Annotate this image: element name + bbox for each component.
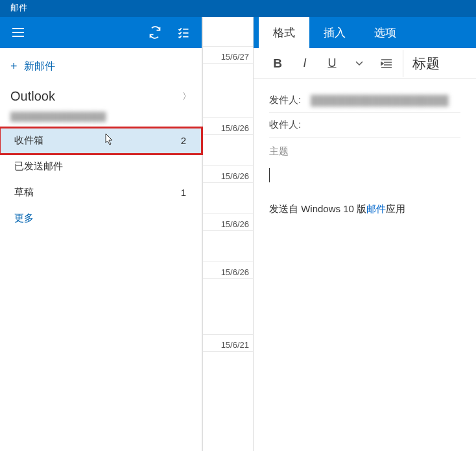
new-mail-button[interactable]: + 新邮件 [0, 48, 202, 85]
new-mail-label: 新邮件 [24, 60, 55, 73]
compose-tabs: 格式 插入 选项 [254, 17, 476, 48]
tab-options[interactable]: 选项 [360, 17, 411, 48]
signature-link[interactable]: 邮件 [366, 203, 386, 214]
folder-count: 2 [181, 135, 186, 146]
folder-label: 更多 [14, 212, 34, 225]
folder-drafts[interactable]: 草稿 1 [0, 180, 202, 206]
to-label: 收件人: [269, 119, 311, 131]
tab-format[interactable]: 格式 [259, 17, 309, 48]
compose-pane: 格式 插入 选项 B I U 标题 发件人: █████████████████… [253, 17, 476, 451]
chevron-down-icon [355, 61, 363, 66]
from-label: 发件人: [269, 94, 311, 106]
indent-icon [380, 58, 393, 69]
subject-placeholder: 主题 [269, 145, 289, 158]
compose-body[interactable]: 发送自 Windows 10 版邮件应用 [254, 165, 476, 215]
message-date[interactable]: 15/6/27 [203, 47, 253, 64]
folder-count: 1 [181, 187, 186, 198]
hamburger-icon [12, 28, 24, 37]
bold-button[interactable]: B [264, 50, 291, 77]
heading-style-button[interactable]: 标题 [403, 50, 449, 77]
folder-label: 收件箱 [14, 134, 43, 147]
subject-field[interactable]: 主题 [269, 138, 460, 165]
tab-insert[interactable]: 插入 [309, 17, 360, 48]
app-title: 邮件 [10, 3, 27, 12]
sidebar: + 新邮件 Outlook 〉 ████████████████ 收件箱 2 已… [0, 17, 202, 451]
underline-button[interactable]: U [318, 50, 346, 77]
view-button[interactable] [171, 19, 196, 45]
message-list: 15/6/2715/6/2615/6/2615/6/2615/6/2615/6/… [202, 17, 253, 451]
italic-button[interactable]: I [291, 50, 318, 77]
folder-list: 收件箱 2 已发送邮件 草稿 1 更多 [0, 128, 202, 232]
from-value: ████████████████████ [311, 95, 460, 106]
sync-icon [149, 26, 161, 39]
to-field[interactable]: 收件人: [269, 113, 460, 138]
font-dropdown[interactable] [346, 50, 373, 77]
account-email: ████████████████ [0, 112, 202, 128]
compose-fields: 发件人: ████████████████████ 收件人: 主题 [254, 79, 476, 165]
hamburger-menu-button[interactable] [5, 19, 31, 45]
message-date[interactable]: 15/6/26 [203, 118, 253, 135]
titlebar: 邮件 [0, 0, 476, 17]
format-toolbar: B I U 标题 [254, 48, 476, 79]
sidebar-header [0, 17, 202, 48]
text-cursor [269, 168, 270, 182]
from-field[interactable]: 发件人: ████████████████████ [269, 88, 460, 113]
folder-sent[interactable]: 已发送邮件 [0, 154, 202, 180]
plus-icon: + [10, 60, 18, 73]
signature: 发送自 Windows 10 版邮件应用 [269, 203, 460, 215]
message-date[interactable]: 15/6/26 [203, 166, 253, 183]
folder-label: 草稿 [14, 186, 34, 199]
cursor-icon [105, 133, 114, 146]
account-row[interactable]: Outlook 〉 [0, 85, 202, 112]
sync-button[interactable] [142, 19, 168, 45]
folder-more[interactable]: 更多 [0, 206, 202, 232]
message-date[interactable]: 15/6/26 [203, 262, 253, 279]
checklist-icon [177, 27, 190, 38]
folder-label: 已发送邮件 [14, 160, 63, 173]
chevron-right-icon: 〉 [182, 91, 191, 103]
indent-button[interactable] [373, 50, 400, 77]
folder-inbox[interactable]: 收件箱 2 [0, 128, 202, 154]
message-date[interactable]: 15/6/26 [203, 214, 253, 231]
message-date[interactable]: 15/6/21 [203, 335, 253, 352]
account-name: Outlook [10, 89, 55, 104]
